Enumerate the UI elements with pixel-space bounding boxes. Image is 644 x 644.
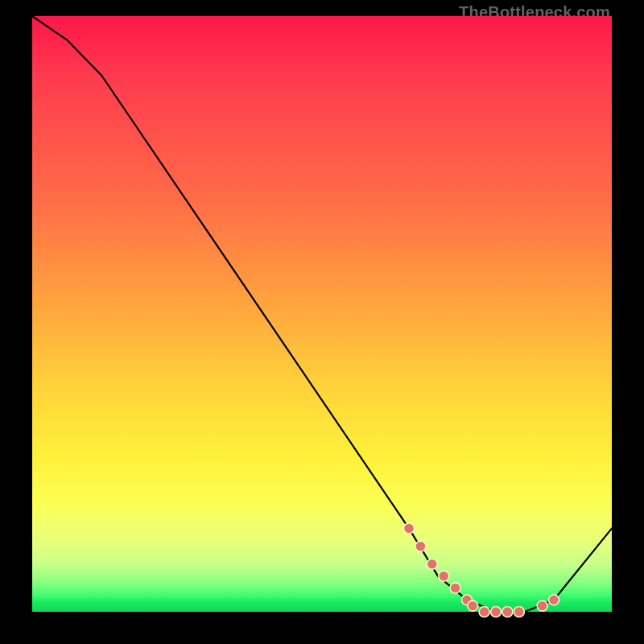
marker-dot [404, 523, 415, 534]
marker-dot [450, 583, 460, 593]
marker-dot [537, 601, 547, 611]
marker-dot [439, 571, 449, 581]
marker-dot [415, 541, 426, 551]
plot-area [32, 16, 612, 612]
marker-dot [514, 607, 524, 617]
marker-dot [468, 601, 478, 611]
curve-svg [32, 16, 612, 612]
bottleneck-curve [32, 16, 612, 612]
chart-frame: TheBottleneck.com [0, 0, 644, 644]
marker-dot [479, 607, 489, 617]
marker-dot [427, 559, 437, 569]
marker-dot [549, 595, 559, 605]
marker-dots [404, 523, 559, 617]
marker-dot [502, 607, 513, 617]
marker-dot [491, 607, 502, 617]
